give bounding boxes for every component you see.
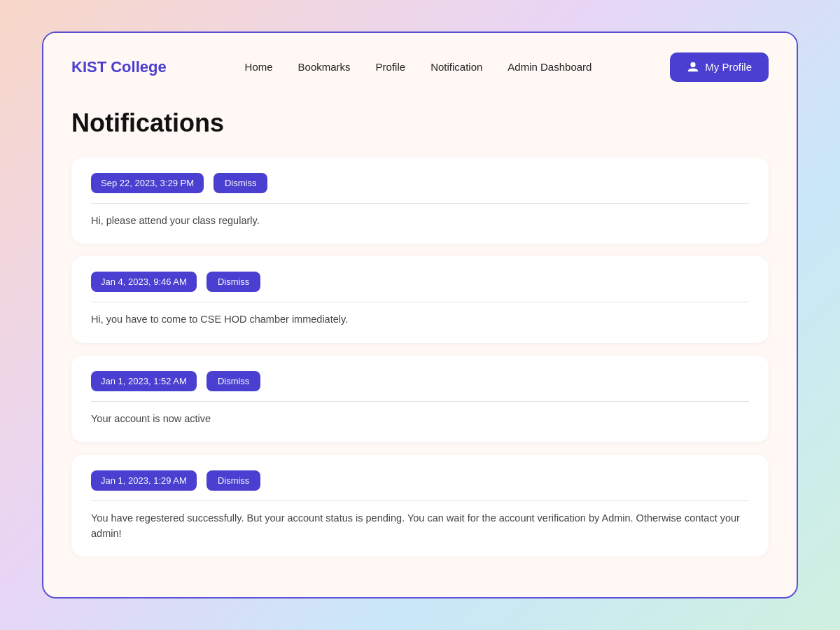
notification-card: Jan 4, 2023, 9:46 AMDismissHi, you have … <box>71 256 769 343</box>
dismiss-button[interactable]: Dismiss <box>214 173 268 193</box>
page-title: Notifications <box>71 108 769 138</box>
notification-message: Hi, please attend your class regularly. <box>91 214 749 229</box>
notification-card: Jan 1, 2023, 1:52 AMDismissYour account … <box>71 356 769 442</box>
notification-header: Jan 4, 2023, 9:46 AMDismiss <box>91 272 749 292</box>
nav-profile[interactable]: Profile <box>376 61 406 73</box>
navbar: KIST College HomeBookmarksProfileNotific… <box>43 33 797 102</box>
notification-date-badge: Sep 22, 2023, 3:29 PM <box>91 173 204 193</box>
dismiss-button[interactable]: Dismiss <box>206 272 261 292</box>
nav-links: HomeBookmarksProfileNotificationAdmin Da… <box>245 61 592 74</box>
divider <box>91 401 749 402</box>
content-area: Notifications Sep 22, 2023, 3:29 PMDismi… <box>43 102 797 598</box>
nav-admin-dashboard[interactable]: Admin Dashboard <box>507 61 592 73</box>
brand-logo[interactable]: KIST College <box>71 58 167 76</box>
my-profile-button[interactable]: My Profile <box>670 52 769 82</box>
notification-message: Your account is now active <box>91 412 749 427</box>
notification-message: You have regestered successfully. But yo… <box>91 511 749 542</box>
main-card: KIST College HomeBookmarksProfileNotific… <box>42 31 798 599</box>
notification-date-badge: Jan 4, 2023, 9:46 AM <box>91 272 197 292</box>
dismiss-button[interactable]: Dismiss <box>206 371 261 391</box>
notification-header: Jan 1, 2023, 1:52 AMDismiss <box>91 371 749 391</box>
divider <box>91 302 749 302</box>
nav-notification[interactable]: Notification <box>430 61 482 73</box>
notification-message: Hi, you have to come to CSE HOD chamber … <box>91 312 749 328</box>
user-icon <box>687 61 699 74</box>
notification-card: Sep 22, 2023, 3:29 PMDismissHi, please a… <box>71 158 769 244</box>
notification-date-badge: Jan 1, 2023, 1:29 AM <box>91 470 197 491</box>
notification-card: Jan 1, 2023, 1:29 AMDismissYou have rege… <box>71 455 769 557</box>
nav-home[interactable]: Home <box>245 61 273 73</box>
nav-bookmarks[interactable]: Bookmarks <box>298 61 351 73</box>
divider <box>91 500 749 501</box>
dismiss-button[interactable]: Dismiss <box>206 470 261 491</box>
notification-date-badge: Jan 1, 2023, 1:52 AM <box>91 371 197 391</box>
my-profile-label: My Profile <box>705 61 752 73</box>
notifications-container: Sep 22, 2023, 3:29 PMDismissHi, please a… <box>71 158 769 557</box>
notification-header: Sep 22, 2023, 3:29 PMDismiss <box>91 173 749 193</box>
divider <box>91 203 749 204</box>
notification-header: Jan 1, 2023, 1:29 AMDismiss <box>91 470 749 491</box>
